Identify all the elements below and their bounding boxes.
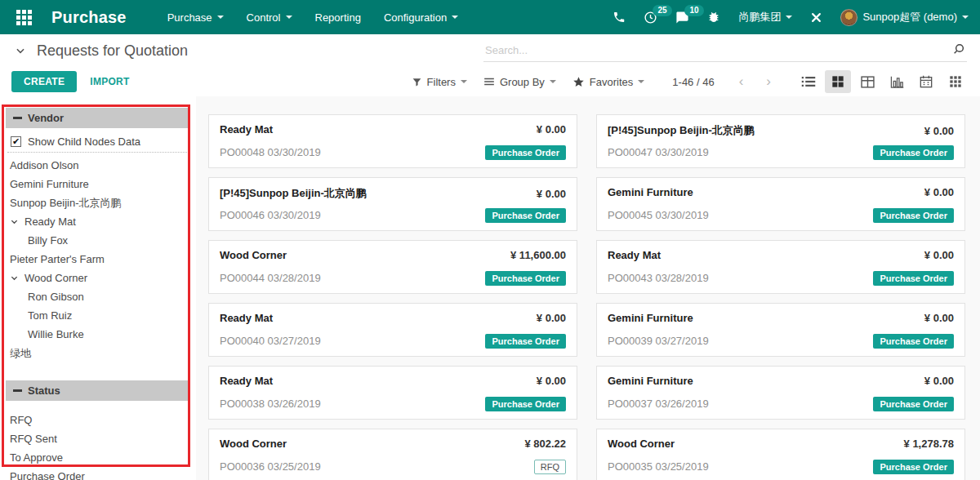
company-switcher[interactable]: 尚鹏集团 — [738, 10, 792, 24]
card-amount: ¥ 0.00 — [924, 375, 954, 387]
kanban-card[interactable]: [P!45]Sunpop Beijin-北京尚鹏¥ 0.00 PO00046 0… — [208, 177, 577, 231]
card-reference: PO00046 03/30/2019 — [220, 209, 321, 221]
show-child-nodes-label: Show Child Nodes Data — [28, 136, 140, 148]
sidebar-item-purchase-order[interactable]: Purchase Order — [0, 467, 196, 480]
sidebar-item-tom-ruiz[interactable]: Tom Ruiz — [0, 306, 196, 325]
kanban-card[interactable]: Gemini Furniture¥ 0.00 PO00037 03/26/201… — [596, 366, 965, 420]
vendor-header-label: Vendor — [28, 112, 64, 124]
activities-clock-icon[interactable]: 25 — [644, 11, 657, 24]
card-vendor: Ready Mat — [220, 375, 273, 387]
sidebar-item-to-approve[interactable]: To Approve — [0, 448, 196, 467]
sidebar-item-willie-burke[interactable]: Willie Burke — [0, 325, 196, 344]
messages-icon[interactable]: 10 — [675, 11, 689, 24]
card-reference: PO00045 03/30/2019 — [608, 209, 709, 221]
pager-previous[interactable]: ‹ — [736, 73, 747, 90]
card-vendor: Gemini Furniture — [608, 312, 693, 324]
filters-dropdown[interactable]: Filters — [412, 76, 467, 88]
kanban-card[interactable]: Gemini Furniture¥ 0.00 PO00045 03/30/201… — [596, 177, 965, 231]
sidebar-item-ready-mat[interactable]: Ready Mat — [0, 212, 196, 231]
user-name: Sunpop超管 (demo) — [862, 10, 957, 24]
vendor-section-header[interactable]: Vendor — [6, 108, 190, 128]
card-vendor: Wood Corner — [220, 249, 287, 261]
pivot-view-icon[interactable] — [854, 70, 880, 93]
status-badge: Purchase Order — [873, 145, 954, 160]
checkbox-checked-icon[interactable]: ✔ — [11, 136, 21, 147]
chevron-down-icon — [550, 80, 556, 83]
sidebar-item-rfq[interactable]: RFQ — [0, 411, 196, 429]
menu-purchase[interactable]: Purchase — [167, 11, 224, 24]
status-badge: RFQ — [534, 460, 566, 474]
control-panel-top: Requests for Quotation — [0, 34, 980, 67]
chevron-down-icon — [638, 80, 644, 83]
search-icon[interactable] — [952, 42, 965, 59]
card-reference: PO00035 03/25/2019 — [608, 460, 709, 473]
kanban-card[interactable]: [P!45]Sunpop Beijin-北京尚鹏¥ 0.00 PO00047 0… — [596, 114, 965, 168]
pager-next[interactable]: › — [763, 73, 774, 90]
list-view-icon[interactable] — [795, 70, 822, 93]
sidebar-item-gemini-furniture[interactable]: Gemini Furniture — [0, 175, 196, 193]
sidebar-item-lvdi[interactable]: 绿地 — [0, 344, 196, 362]
bug-icon[interactable] — [707, 11, 720, 24]
kanban-card[interactable]: Ready Mat¥ 0.00 PO00043 03/28/2019Purcha… — [596, 240, 965, 294]
menu-configuration[interactable]: Configuration — [384, 11, 458, 24]
sidebar-item-pieter-parters-farm[interactable]: Pieter Parter's Farm — [0, 250, 196, 269]
sidebar-item-rfq-sent[interactable]: RFQ Sent — [0, 429, 196, 448]
app-title[interactable]: Purchase — [51, 8, 127, 27]
search-input[interactable] — [483, 39, 967, 62]
collapse-minus-icon — [13, 389, 22, 392]
group-by-dropdown[interactable]: Group By — [483, 76, 556, 88]
favorites-dropdown[interactable]: Favorites — [572, 76, 644, 88]
kanban-card[interactable]: Gemini Furniture¥ 0.00 PO00039 03/27/201… — [596, 303, 965, 357]
card-vendor: Gemini Furniture — [608, 186, 693, 198]
graph-view-icon[interactable] — [884, 70, 910, 93]
menu-purchase-label: Purchase — [167, 11, 212, 24]
sidebar-item-billy-fox[interactable]: Billy Fox — [0, 231, 196, 250]
kanban-view-icon[interactable] — [825, 70, 851, 93]
menu-reporting[interactable]: Reporting — [315, 11, 361, 24]
sidebar-item-sunpop-beijin[interactable]: Sunpop Beijin-北京尚鹏 — [0, 193, 196, 212]
card-vendor: [P!45]Sunpop Beijin-北京尚鹏 — [608, 123, 755, 138]
chevron-down-icon — [286, 16, 292, 19]
activity-view-icon[interactable] — [942, 70, 969, 93]
user-menu[interactable]: Sunpop超管 (demo) — [840, 9, 969, 26]
sidebar-item-wood-corner[interactable]: Wood Corner — [0, 269, 196, 287]
menu-control[interactable]: Control — [247, 11, 292, 24]
card-vendor: Ready Mat — [220, 312, 273, 324]
card-amount: ¥ 1,278.78 — [904, 438, 954, 450]
kanban-card[interactable]: Ready Mat¥ 0.00 PO00038 03/26/2019Purcha… — [208, 366, 577, 420]
calendar-view-icon[interactable] — [913, 70, 939, 93]
favorites-label: Favorites — [590, 76, 633, 88]
status-badge: Purchase Order — [873, 397, 954, 411]
phone-icon[interactable] — [612, 11, 626, 24]
sidebar-item-ron-gibson[interactable]: Ron Gibson — [0, 287, 196, 306]
show-child-nodes-toggle[interactable]: ✔ Show Child Nodes Data — [11, 136, 188, 148]
chevron-down-icon[interactable] — [10, 273, 19, 282]
status-badge: Purchase Order — [485, 271, 566, 286]
sidebar-item-addison-olson[interactable]: Addison Olson — [0, 156, 196, 175]
breadcrumb[interactable]: Requests for Quotation — [11, 42, 188, 60]
create-button[interactable]: CREATE — [11, 71, 77, 92]
card-amount: ¥ 0.00 — [537, 312, 566, 324]
status-section-header[interactable]: Status — [6, 380, 190, 401]
import-button[interactable]: IMPORT — [90, 76, 129, 87]
card-vendor: Ready Mat — [608, 249, 661, 261]
group-by-icon — [483, 77, 495, 87]
chevron-down-icon[interactable] — [10, 217, 19, 226]
card-vendor: Wood Corner — [608, 438, 675, 450]
kanban-card[interactable]: Wood Corner¥ 11,600.00 PO00044 03/28/201… — [208, 240, 577, 294]
apps-grid-icon[interactable] — [16, 10, 32, 25]
collapse-minus-icon — [13, 117, 22, 119]
tools-icon[interactable] — [810, 11, 822, 24]
kanban-card[interactable]: Wood Corner¥ 1,278.78 PO00035 03/25/2019… — [596, 429, 965, 480]
status-badge: Purchase Order — [873, 271, 954, 286]
kanban-card[interactable]: Ready Mat¥ 0.00 PO00040 03/27/2019Purcha… — [208, 303, 577, 357]
view-switcher — [795, 70, 969, 93]
kanban-card[interactable]: Ready Mat¥ 0.00 PO00048 03/30/2019Purcha… — [208, 114, 577, 168]
messages-count-badge: 10 — [684, 5, 703, 16]
filter-funnel-icon — [412, 77, 422, 87]
pager-range: 1-46 / 46 — [672, 76, 714, 88]
status-badge: Purchase Order — [485, 208, 566, 223]
activities-count-badge: 25 — [653, 5, 671, 16]
card-vendor: Wood Corner — [220, 438, 287, 450]
kanban-card[interactable]: Wood Corner¥ 802.22 PO00036 03/25/2019RF… — [208, 429, 577, 480]
